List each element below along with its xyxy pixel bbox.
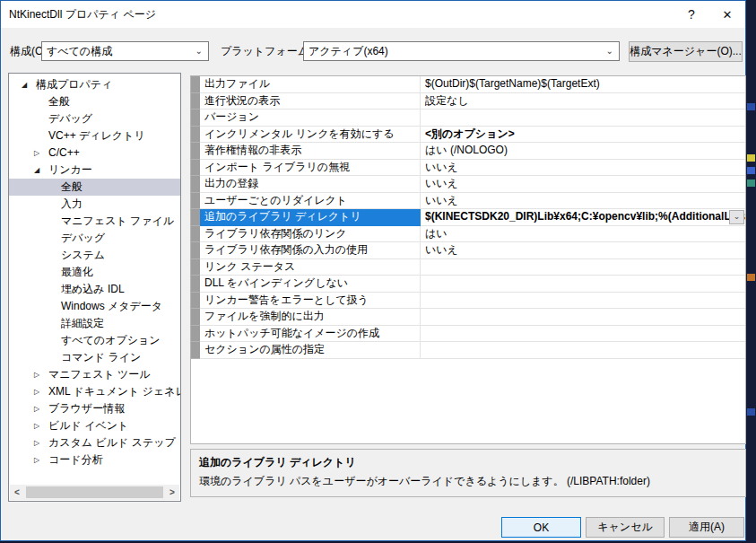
property-name-cell[interactable]: セクションの属性の指定 [200, 342, 421, 359]
tree-item-label: ビルド イベント [48, 417, 128, 434]
window-title: NtKinectDll プロパティ ページ [1, 7, 673, 22]
property-value-cell[interactable]: ⌄ [421, 109, 745, 127]
property-value-cell[interactable]: いいえ ⌄ [421, 160, 745, 177]
tree-item[interactable]: 詳細設定 [9, 315, 180, 332]
property-name-cell[interactable]: DLL をバインディングしない [200, 276, 421, 293]
tree-item[interactable]: ▷ ブラウザー情報 [9, 400, 180, 417]
ok-button[interactable]: OK [501, 517, 581, 538]
tree-expander-icon[interactable]: ▷ [34, 434, 47, 451]
property-name: リンカー警告をエラーとして扱う [204, 293, 369, 306]
property-row: バージョン ⌄ [191, 109, 745, 127]
tree-item[interactable]: ▷ コード分析 [9, 451, 180, 469]
tree-item[interactable]: VC++ ディレクトリ [9, 127, 180, 145]
property-value-cell[interactable]: いいえ ⌄ [421, 242, 745, 259]
property-value-cell[interactable]: はい ⌄ [421, 226, 745, 243]
apply-button[interactable]: 適用(A) [669, 517, 744, 538]
tree-item-label: XML ドキュメント ジェネレーター [48, 383, 180, 400]
property-value-cell[interactable]: ⌄ [421, 293, 745, 310]
tree-expander-icon[interactable]: ▷ [34, 145, 47, 162]
row-gutter [191, 143, 200, 160]
tree-item[interactable]: 全般 [9, 93, 180, 110]
property-value-cell[interactable]: <別のオプション> ⌄ [421, 127, 745, 144]
tree-item[interactable]: ▷ C/C++ [9, 145, 180, 162]
configuration-manager-button[interactable]: 構成マネージャー(O)... [629, 41, 743, 62]
row-gutter [191, 127, 200, 144]
tree-horizontal-scrollbar[interactable]: < > [10, 485, 179, 500]
property-name-cell[interactable]: リンカー警告をエラーとして扱う [200, 293, 421, 310]
dropdown-chevron-icon[interactable]: ⌄ [729, 210, 744, 224]
tree-item[interactable]: ◢ リンカー [9, 162, 180, 179]
help-icon[interactable]: ? [673, 1, 709, 28]
tree-item-label: 入力 [61, 196, 83, 213]
property-name-cell[interactable]: 出力ファイル [200, 76, 421, 93]
close-icon[interactable]: ✕ [709, 1, 745, 28]
tree-expander-icon[interactable]: ▷ [34, 383, 47, 400]
tree-item[interactable]: ▷ ビルド イベント [9, 417, 180, 434]
property-grid: 出力ファイル $(OutDir)$(TargetName)$(TargetExt… [190, 75, 746, 444]
property-name-cell[interactable]: 出力の登録 [200, 176, 421, 193]
property-value-cell[interactable]: はい (/NOLOGO) ⌄ [421, 143, 745, 160]
tree-item-label: デバッグ [61, 230, 105, 247]
property-name: ホットパッチ可能なイメージの作成 [204, 327, 379, 339]
property-name-cell[interactable]: 進行状況の表示 [200, 93, 421, 110]
property-value-cell[interactable]: 設定なし ⌄ [421, 93, 745, 110]
tree-item[interactable]: 埋め込み IDL [9, 281, 180, 298]
property-value: はい [425, 227, 448, 240]
tree-item[interactable]: 入力 [9, 196, 180, 213]
property-value-cell[interactable]: いいえ ⌄ [421, 176, 745, 193]
property-name-cell[interactable]: 著作権情報の非表示 [200, 143, 421, 160]
tree-item[interactable]: すべてのオプション [9, 332, 180, 349]
tree-item[interactable]: デバッグ [9, 230, 180, 247]
property-name-cell[interactable]: ホットパッチ可能なイメージの作成 [200, 326, 421, 343]
property-name-cell[interactable]: インポート ライブラリの無視 [200, 160, 421, 177]
property-name: リンク ステータス [204, 260, 295, 273]
property-description-panel: 追加のライブラリ ディレクトリ 環境のライブラリ パスをユーザーがオーバーライド… [190, 449, 746, 497]
property-value-cell[interactable]: いいえ ⌄ [421, 193, 745, 210]
tree-item[interactable]: ▷ XML ドキュメント ジェネレーター [9, 383, 180, 400]
tree-item-label: 詳細設定 [61, 315, 104, 332]
tree-item[interactable]: マニフェスト ファイル [9, 213, 180, 230]
property-value-cell[interactable]: ⌄ [421, 276, 745, 293]
tree-expander-icon[interactable]: ▷ [34, 400, 47, 417]
tree-item-label: 構成プロパティ [36, 76, 112, 93]
tree-item[interactable]: 最適化 [9, 264, 180, 281]
property-name-cell[interactable]: バージョン [200, 109, 421, 127]
tree-item[interactable]: ▷ マニフェスト ツール [9, 366, 180, 383]
tree-item-label: デバッグ [48, 110, 92, 127]
property-name-cell[interactable]: 追加のライブラリ ディレクトリ [200, 209, 421, 226]
scroll-left-icon[interactable]: < [10, 487, 24, 497]
tree-item[interactable]: ◢ 構成プロパティ [9, 76, 180, 93]
property-name: インクリメンタル リンクを有効にする [204, 127, 395, 140]
tree-expander-icon[interactable]: ▷ [34, 451, 47, 469]
property-name-cell[interactable]: ライブラリ依存関係の入力の使用 [200, 242, 421, 259]
tree-item[interactable]: Windows メタデータ [9, 298, 180, 315]
property-value-cell[interactable]: ⌄ [421, 342, 745, 359]
property-name-cell[interactable]: ライブラリ依存関係のリンク [200, 226, 421, 243]
platform-combo[interactable]: アクティブ(x64) ⌄ [303, 41, 620, 61]
property-value-cell[interactable]: ⌄ [421, 309, 745, 326]
tree-item[interactable]: ▷ カスタム ビルド ステップ [9, 434, 180, 451]
property-value-cell[interactable]: ⌄ [421, 326, 745, 343]
scroll-right-icon[interactable]: > [165, 487, 179, 497]
tree-item-label: Windows メタデータ [61, 298, 162, 315]
tree-item-label: システム [61, 247, 105, 264]
configuration-combo[interactable]: すべての構成 ⌄ [41, 41, 209, 61]
property-name-cell[interactable]: ユーザーごとのリダイレクト [200, 193, 421, 210]
tree-expander-icon[interactable]: ▷ [34, 417, 47, 434]
tree-item[interactable]: コマンド ライン [9, 349, 180, 366]
tree-expander-icon[interactable]: ◢ [34, 162, 47, 179]
tree-item[interactable]: 全般 [9, 179, 180, 196]
property-value-cell[interactable]: ⌄ [421, 259, 745, 276]
cancel-button[interactable]: キャンセル [586, 517, 665, 538]
property-name-cell[interactable]: ファイルを強制的に出力 [200, 309, 421, 326]
tree-expander-icon[interactable]: ◢ [22, 76, 34, 93]
property-value-cell[interactable]: $(OutDir)$(TargetName)$(TargetExt) ⌄ [421, 76, 745, 93]
tree-item[interactable]: デバッグ [9, 110, 180, 127]
tree-item[interactable]: システム [9, 247, 180, 264]
tree-expander-icon[interactable]: ▷ [34, 366, 47, 383]
property-value-cell[interactable]: $(KINECTSDK20_DIR)Lib¥x64;C:¥opencv¥lib;… [421, 209, 745, 226]
tree-item-label: リンカー [48, 162, 92, 179]
scrollbar-thumb[interactable] [26, 486, 163, 498]
property-name-cell[interactable]: リンク ステータス [200, 259, 421, 276]
property-name-cell[interactable]: インクリメンタル リンクを有効にする [200, 127, 421, 144]
